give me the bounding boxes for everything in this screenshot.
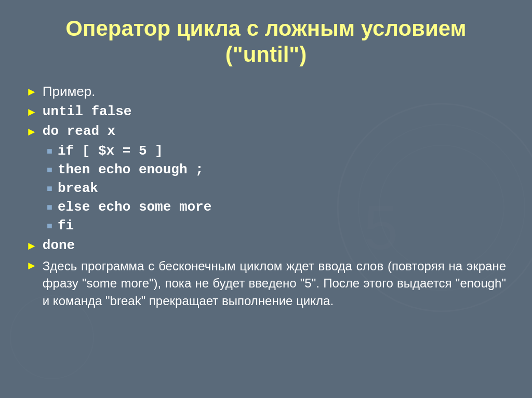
sub-item-text: break: [58, 181, 98, 196]
item-text: do read x: [43, 123, 115, 139]
item-text: done: [43, 238, 75, 253]
sub-list-item: ■ if [ $x = 5 ]: [47, 143, 506, 159]
main-list: ► Пример. ► until false ► do read x ■ if…: [26, 84, 506, 310]
sub-list-container: ■ if [ $x = 5 ] ■ then echo enough ; ■ b…: [26, 143, 506, 234]
arrow-icon: ►: [26, 239, 37, 253]
list-item: ► Пример.: [26, 84, 506, 100]
sub-list: ■ if [ $x = 5 ] ■ then echo enough ; ■ b…: [47, 143, 506, 234]
square-bullet-icon: ■: [47, 221, 52, 231]
sub-list-item: ■ break: [47, 181, 506, 196]
sub-item-text: then echo enough ;: [58, 162, 204, 177]
arrow-icon: ►: [26, 85, 37, 99]
sub-list-item: ■ else echo some more: [47, 199, 506, 215]
sub-item-text: if [ $x = 5 ]: [58, 143, 163, 159]
item-text: until false: [43, 104, 132, 119]
list-item: ► Здесь программа с бесконечным циклом ж…: [26, 257, 506, 310]
sub-list-item: ■ then echo enough ;: [47, 162, 506, 177]
square-bullet-icon: ■: [47, 202, 52, 213]
square-bullet-icon: ■: [47, 164, 52, 175]
list-item: ► done: [26, 238, 506, 253]
description-text: Здесь программа с бесконечным циклом жде…: [43, 257, 506, 310]
arrow-icon: ►: [26, 105, 37, 119]
list-item: ► do read x: [26, 123, 506, 139]
square-bullet-icon: ■: [47, 146, 52, 157]
sub-item-text: fi: [58, 218, 74, 234]
sub-list-item: ■ fi: [47, 218, 506, 234]
list-item: ► until false: [26, 104, 506, 119]
item-text: Пример.: [43, 84, 96, 100]
arrow-icon: ►: [26, 259, 37, 272]
square-bullet-icon: ■: [47, 183, 52, 194]
sub-item-text: else echo some more: [58, 199, 211, 215]
page-title: Оператор цикла с ложным условием ("until…: [26, 16, 506, 68]
arrow-icon: ►: [26, 125, 37, 139]
